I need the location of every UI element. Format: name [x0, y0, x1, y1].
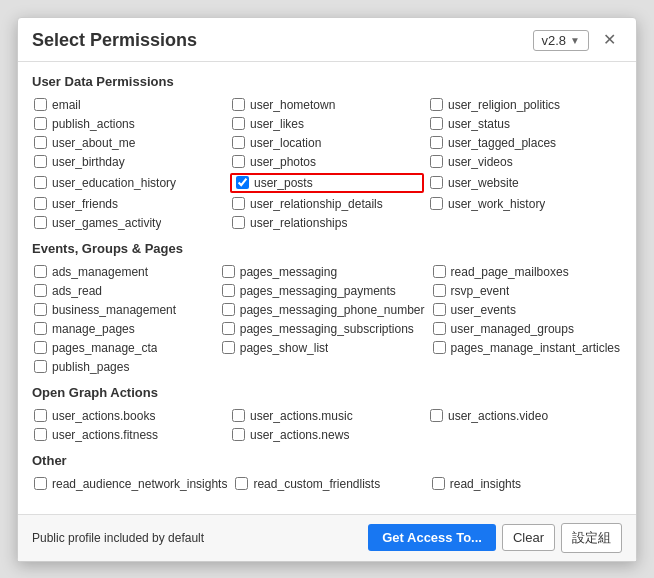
checkbox-user_photos[interactable]	[232, 155, 245, 168]
checkbox-user_games_activity[interactable]	[34, 216, 47, 229]
label-user_religion_politics[interactable]: user_religion_politics	[448, 98, 560, 112]
label-user_actions_video[interactable]: user_actions.video	[448, 409, 548, 423]
settings-button[interactable]: 設定組	[561, 523, 622, 553]
label-publish_actions[interactable]: publish_actions	[52, 117, 135, 131]
checkbox-user_managed_groups[interactable]	[433, 322, 446, 335]
label-pages_messaging_payments[interactable]: pages_messaging_payments	[240, 284, 396, 298]
label-user_friends[interactable]: user_friends	[52, 197, 118, 211]
list-item: user_about_me	[32, 135, 226, 151]
label-user_status[interactable]: user_status	[448, 117, 510, 131]
label-read_audience_network_insights[interactable]: read_audience_network_insights	[52, 477, 227, 491]
list-item: read_audience_network_insights	[32, 476, 229, 492]
checkbox-user_education_history[interactable]	[34, 176, 47, 189]
checkbox-rsvp_event[interactable]	[433, 284, 446, 297]
label-user_actions_fitness[interactable]: user_actions.fitness	[52, 428, 158, 442]
checkbox-email[interactable]	[34, 98, 47, 111]
checkbox-user_birthday[interactable]	[34, 155, 47, 168]
label-user_education_history[interactable]: user_education_history	[52, 176, 176, 190]
list-item: pages_manage_cta	[32, 340, 216, 356]
checkbox-user_actions_music[interactable]	[232, 409, 245, 422]
label-user_actions_books[interactable]: user_actions.books	[52, 409, 155, 423]
label-pages_show_list[interactable]: pages_show_list	[240, 341, 329, 355]
checkbox-pages_manage_instant_articles[interactable]	[433, 341, 446, 354]
label-user_posts[interactable]: user_posts	[254, 176, 313, 190]
label-user_tagged_places[interactable]: user_tagged_places	[448, 136, 556, 150]
list-item: user_events	[431, 302, 622, 318]
checkbox-user_posts[interactable]	[236, 176, 249, 189]
checkbox-read_insights[interactable]	[432, 477, 445, 490]
checkbox-user_relationship_details[interactable]	[232, 197, 245, 210]
checkbox-user_relationships[interactable]	[232, 216, 245, 229]
label-user_actions_news[interactable]: user_actions.news	[250, 428, 349, 442]
label-user_actions_music[interactable]: user_actions.music	[250, 409, 353, 423]
checkbox-user_about_me[interactable]	[34, 136, 47, 149]
label-user_relationships[interactable]: user_relationships	[250, 216, 347, 230]
checkbox-manage_pages[interactable]	[34, 322, 47, 335]
label-user_likes[interactable]: user_likes	[250, 117, 304, 131]
label-user_work_history[interactable]: user_work_history	[448, 197, 545, 211]
label-publish_pages[interactable]: publish_pages	[52, 360, 129, 374]
checkbox-publish_pages[interactable]	[34, 360, 47, 373]
checkbox-pages_manage_cta[interactable]	[34, 341, 47, 354]
clear-button[interactable]: Clear	[502, 524, 555, 551]
checkbox-user_hometown[interactable]	[232, 98, 245, 111]
label-read_insights[interactable]: read_insights	[450, 477, 521, 491]
checkbox-user_actions_books[interactable]	[34, 409, 47, 422]
label-pages_messaging[interactable]: pages_messaging	[240, 265, 337, 279]
close-button[interactable]: ✕	[597, 30, 622, 50]
checkbox-pages_messaging_payments[interactable]	[222, 284, 235, 297]
checkbox-read_custom_friendlists[interactable]	[235, 477, 248, 490]
checkbox-pages_messaging_subscriptions[interactable]	[222, 322, 235, 335]
checkbox-pages_messaging_phone_number[interactable]	[222, 303, 235, 316]
label-user_hometown[interactable]: user_hometown	[250, 98, 335, 112]
version-dropdown[interactable]: v2.8 ▼	[533, 30, 589, 51]
checkbox-user_tagged_places[interactable]	[430, 136, 443, 149]
label-user_location[interactable]: user_location	[250, 136, 321, 150]
checkbox-user_events[interactable]	[433, 303, 446, 316]
label-user_managed_groups[interactable]: user_managed_groups	[451, 322, 574, 336]
checkbox-user_work_history[interactable]	[430, 197, 443, 210]
label-ads_read[interactable]: ads_read	[52, 284, 102, 298]
checkbox-read_page_mailboxes[interactable]	[433, 265, 446, 278]
label-user_events[interactable]: user_events	[451, 303, 516, 317]
label-manage_pages[interactable]: manage_pages	[52, 322, 135, 336]
checkbox-user_likes[interactable]	[232, 117, 245, 130]
get-access-button[interactable]: Get Access To...	[368, 524, 496, 551]
label-user_birthday[interactable]: user_birthday	[52, 155, 125, 169]
checkbox-user_religion_politics[interactable]	[430, 98, 443, 111]
checkbox-user_actions_fitness[interactable]	[34, 428, 47, 441]
checkbox-user_videos[interactable]	[430, 155, 443, 168]
checkbox-ads_management[interactable]	[34, 265, 47, 278]
label-read_custom_friendlists[interactable]: read_custom_friendlists	[253, 477, 380, 491]
label-pages_messaging_phone_number[interactable]: pages_messaging_phone_number	[240, 303, 425, 317]
checkbox-publish_actions[interactable]	[34, 117, 47, 130]
checkbox-user_actions_news[interactable]	[232, 428, 245, 441]
label-user_photos[interactable]: user_photos	[250, 155, 316, 169]
label-user_about_me[interactable]: user_about_me	[52, 136, 135, 150]
checkbox-pages_messaging[interactable]	[222, 265, 235, 278]
list-item: ads_read	[32, 283, 216, 299]
label-user_games_activity[interactable]: user_games_activity	[52, 216, 161, 230]
label-email[interactable]: email	[52, 98, 81, 112]
checkbox-user_friends[interactable]	[34, 197, 47, 210]
label-pages_manage_instant_articles[interactable]: pages_manage_instant_articles	[451, 341, 620, 355]
label-ads_management[interactable]: ads_management	[52, 265, 148, 279]
checkbox-user_actions_video[interactable]	[430, 409, 443, 422]
header-right: v2.8 ▼ ✕	[533, 30, 622, 51]
label-pages_manage_cta[interactable]: pages_manage_cta	[52, 341, 157, 355]
label-rsvp_event[interactable]: rsvp_event	[451, 284, 510, 298]
label-read_page_mailboxes[interactable]: read_page_mailboxes	[451, 265, 569, 279]
checkbox-ads_read[interactable]	[34, 284, 47, 297]
checkbox-business_management[interactable]	[34, 303, 47, 316]
label-user_videos[interactable]: user_videos	[448, 155, 513, 169]
label-business_management[interactable]: business_management	[52, 303, 176, 317]
checkbox-read_audience_network_insights[interactable]	[34, 477, 47, 490]
checkbox-user_status[interactable]	[430, 117, 443, 130]
checkbox-pages_show_list[interactable]	[222, 341, 235, 354]
label-user_website[interactable]: user_website	[448, 176, 519, 190]
label-pages_messaging_subscriptions[interactable]: pages_messaging_subscriptions	[240, 322, 414, 336]
checkbox-user_website[interactable]	[430, 176, 443, 189]
checkbox-user_location[interactable]	[232, 136, 245, 149]
list-item: user_relationship_details	[230, 196, 424, 212]
label-user_relationship_details[interactable]: user_relationship_details	[250, 197, 383, 211]
